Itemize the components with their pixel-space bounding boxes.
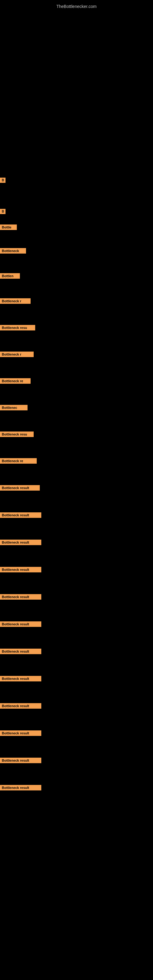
bottleneck-label: Bottleneck result xyxy=(0,567,41,573)
bottleneck-labels-container: B | B Bottle Bottleneck Bottlen Bottlene… xyxy=(0,178,153,812)
bottleneck-label: Bottle xyxy=(0,224,17,230)
bottleneck-label: Bottleneck result xyxy=(0,703,41,709)
bottleneck-label: Bottleneck result xyxy=(0,539,41,545)
list-item: Bottleneck re xyxy=(0,458,153,465)
bottleneck-label: Bottleneck result xyxy=(0,676,41,681)
bottleneck-label: B xyxy=(0,209,5,214)
list-item: Bottleneck result xyxy=(0,676,153,681)
bottleneck-label: Bottleneck result xyxy=(0,730,41,736)
list-item: Bottleneck r xyxy=(0,352,153,358)
bottleneck-label: Bottleneck result xyxy=(0,785,41,791)
list-item: Bottleneck resu xyxy=(0,325,153,332)
bottleneck-label: Bottleneck re xyxy=(0,458,37,464)
bottleneck-label: Bottleneck r xyxy=(0,352,33,357)
bottleneck-label: Bottlenec xyxy=(0,405,27,410)
bottleneck-label: Bottleneck re xyxy=(0,378,30,384)
list-item: Bottleneck result xyxy=(0,784,153,791)
bottleneck-label: B xyxy=(0,178,5,183)
list-item: Bottleneck xyxy=(0,248,153,255)
list-item: Bottlen xyxy=(0,273,153,280)
bottleneck-label: Bottleneck result xyxy=(0,758,41,763)
bottleneck-label: Bottleneck resu xyxy=(0,431,33,437)
list-item: Bottleneck re xyxy=(0,378,153,385)
bottleneck-label: Bottleneck xyxy=(0,248,26,254)
list-item: Bottleneck result xyxy=(0,485,153,491)
bottleneck-label: Bottleneck result xyxy=(0,512,41,518)
bottleneck-label: Bottleneck result xyxy=(0,621,41,627)
bottleneck-label: Bottleneck r xyxy=(0,298,30,304)
list-item: B xyxy=(0,209,153,215)
list-item: Bottleneck r xyxy=(0,298,153,305)
list-item: Bottle xyxy=(0,224,153,231)
list-item: Bottleneck result xyxy=(0,621,153,627)
list-item: Bottleneck result xyxy=(0,703,153,709)
list-item: Bottleneck resu xyxy=(0,431,153,438)
bottleneck-label: Bottleneck result xyxy=(0,485,40,491)
bottleneck-label: Bottleneck result xyxy=(0,649,41,654)
list-item: Bottleneck result xyxy=(0,730,153,736)
list-item: Bottleneck result xyxy=(0,594,153,600)
list-item: Bottleneck result xyxy=(0,512,153,518)
bottleneck-label: | xyxy=(0,193,4,199)
list-item: Bottleneck result xyxy=(0,648,153,654)
list-item: Bottlenec xyxy=(0,405,153,412)
list-item: Bottleneck result xyxy=(0,539,153,545)
list-item: Bottleneck result xyxy=(0,566,153,573)
bottleneck-label: Bottleneck resu xyxy=(0,325,35,331)
list-item: Bottleneck result xyxy=(0,757,153,763)
list-item: B xyxy=(0,178,153,184)
site-title: TheBottlenecker.com xyxy=(0,2,153,11)
bottleneck-label: Bottleneck result xyxy=(0,594,41,600)
bottleneck-label: Bottlen xyxy=(0,273,20,279)
list-item: | xyxy=(0,193,153,200)
